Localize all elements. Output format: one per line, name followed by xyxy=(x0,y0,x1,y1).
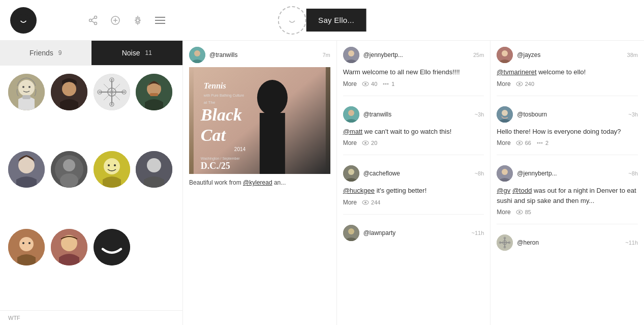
views-count: 66 xyxy=(516,140,531,146)
say-ello-button[interactable]: Say Ello... xyxy=(306,9,366,32)
svg-point-11 xyxy=(18,80,35,96)
avatar-photo-5 xyxy=(136,151,172,188)
post-header: @tranwills ~3h xyxy=(343,106,484,123)
post-avatar[interactable] xyxy=(343,165,359,182)
svg-point-66 xyxy=(364,83,366,85)
svg-text:Washington / September: Washington / September xyxy=(201,157,240,161)
post-username[interactable]: @lawnparty xyxy=(363,229,468,237)
more-button[interactable]: More xyxy=(497,139,510,146)
post-mention[interactable]: @huckgee xyxy=(343,187,375,194)
svg-point-53 xyxy=(257,80,288,115)
post-image[interactable]: Tennis with Pure Bathing Culture at The … xyxy=(189,67,330,174)
feed-area: @tranwills 7m xyxy=(183,41,644,325)
post-actions: More 240 xyxy=(497,80,638,87)
post-header: @heron ~11h xyxy=(497,234,638,251)
avatar-item[interactable] xyxy=(94,74,130,110)
logo[interactable] xyxy=(10,7,37,34)
svg-rect-54 xyxy=(260,113,285,174)
post-text: Warm welcome to all new Ello friends!!!! xyxy=(343,67,484,77)
post-username[interactable]: @jennybertр... xyxy=(517,170,624,177)
avatar-item[interactable] xyxy=(94,151,130,188)
post-header: @tosbourn ~3h xyxy=(497,106,638,123)
svg-point-42 xyxy=(147,158,161,172)
avatar-item[interactable] xyxy=(8,74,45,110)
post-item: @tranwills ~3h @matt we can't wait to go… xyxy=(343,106,484,156)
views-count: 240 xyxy=(516,81,534,87)
views-count: 40 xyxy=(362,81,377,87)
more-button[interactable]: More xyxy=(343,139,357,146)
post-mention-1[interactable]: @gv xyxy=(497,187,510,194)
post-avatar[interactable] xyxy=(497,234,513,251)
avatar-item[interactable] xyxy=(8,151,45,188)
post-avatar[interactable] xyxy=(343,225,359,241)
post-avatar[interactable] xyxy=(497,106,513,123)
add-button[interactable] xyxy=(110,15,121,26)
avatar-heron-icon xyxy=(497,234,513,251)
comments-count: 1 xyxy=(382,81,394,87)
svg-point-68 xyxy=(385,83,387,84)
post-avatar[interactable] xyxy=(497,47,513,63)
eye-icon xyxy=(362,81,369,86)
more-button[interactable]: More xyxy=(343,199,357,206)
settings-button[interactable] xyxy=(132,15,143,26)
avatar-item[interactable] xyxy=(136,74,172,110)
post-username[interactable]: @tosbourn xyxy=(517,111,624,118)
avatar-item[interactable] xyxy=(51,74,87,110)
post-text-content: it's getting better! xyxy=(377,187,427,194)
post-time: 7m xyxy=(322,52,330,58)
feed-tabs: Friends 9 Noise 11 xyxy=(0,41,182,66)
caption-link[interactable]: @kyleread xyxy=(243,179,272,186)
avatar-item[interactable] xyxy=(94,229,130,265)
menu-button[interactable] xyxy=(155,15,166,26)
post-actions: More 40 1 xyxy=(343,80,484,87)
post-username[interactable]: @jennybertр... xyxy=(363,51,469,58)
post-avatar[interactable] xyxy=(189,47,205,63)
post-item: @jennybertр... ~8h @gv @todd was out for… xyxy=(497,165,638,224)
post-username[interactable]: @cacheflowe xyxy=(363,170,471,177)
views-number: 66 xyxy=(525,140,531,146)
post-time: 25m xyxy=(473,52,484,58)
post-avatar[interactable] xyxy=(343,47,359,63)
svg-point-85 xyxy=(502,110,508,116)
post-text: @huckgee it's getting better! xyxy=(343,186,484,196)
svg-point-45 xyxy=(22,242,24,244)
avatar-photo-6 xyxy=(8,229,45,265)
comments-number: 1 xyxy=(391,81,394,87)
post-username[interactable]: @jayzes xyxy=(517,51,623,58)
svg-text:2014: 2014 xyxy=(234,146,246,152)
noise-tab[interactable]: Noise 11 xyxy=(91,41,183,65)
post-username[interactable]: @tranwills xyxy=(363,111,471,118)
avatar-item[interactable] xyxy=(51,229,87,265)
current-user-avatar[interactable] xyxy=(278,6,306,35)
avatar-photo-4 xyxy=(51,151,87,188)
svg-point-12 xyxy=(22,86,24,88)
post-avatar[interactable] xyxy=(343,106,359,123)
post-username[interactable]: @heron xyxy=(517,239,621,246)
noise-tab-label: Noise xyxy=(122,49,140,57)
more-button[interactable]: More xyxy=(497,80,510,87)
post-username[interactable]: @tranwills xyxy=(209,51,318,58)
avatar-jenny2-icon xyxy=(497,165,513,182)
feed-column-3: @jayzes 38m @tvmarineret welcome to ello… xyxy=(490,41,644,325)
svg-point-81 xyxy=(502,50,508,56)
views-count: 244 xyxy=(362,199,380,205)
more-button[interactable]: More xyxy=(497,209,510,216)
add-icon xyxy=(110,15,120,25)
comment-dots-icon xyxy=(536,140,543,145)
svg-point-83 xyxy=(518,83,520,85)
avatar-photo xyxy=(51,74,87,110)
post-mention[interactable]: @tvmarineret xyxy=(497,68,536,76)
avatar-item[interactable] xyxy=(8,229,45,265)
caption-suffix: an... xyxy=(274,179,286,186)
avatar-jayzes-icon xyxy=(497,47,513,63)
post-mention-2[interactable]: @todd xyxy=(512,187,532,194)
share-button[interactable] xyxy=(87,15,99,26)
more-button[interactable]: More xyxy=(343,80,357,87)
post-mention[interactable]: @matt xyxy=(343,128,362,135)
header: Say Ello... xyxy=(0,0,644,41)
avatar-item[interactable] xyxy=(51,151,87,188)
friends-tab[interactable]: Friends 9 xyxy=(0,41,91,65)
post-time: ~3h xyxy=(475,111,484,117)
avatar-item[interactable] xyxy=(136,151,172,188)
post-avatar[interactable] xyxy=(497,165,513,182)
